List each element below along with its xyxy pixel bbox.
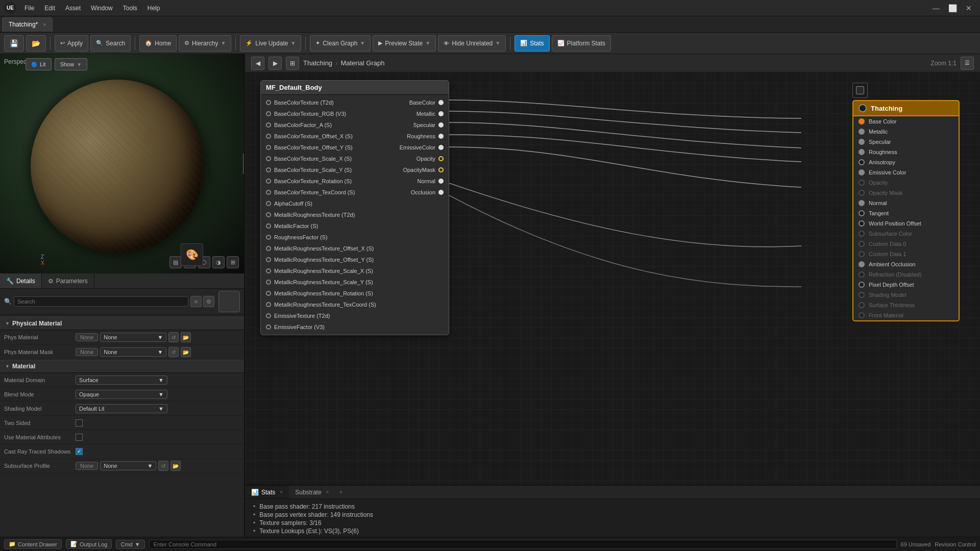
phys-material-reset-btn[interactable]: ↺ <box>168 332 179 342</box>
nav-back-button[interactable]: ◀ <box>251 57 264 70</box>
mf-default-body-node[interactable]: MF_Default_Body BaseColorTexture (T2d) B… <box>260 80 449 335</box>
out-pin-dot-anisotropy[interactable] <box>859 159 865 165</box>
minimize-button[interactable]: — <box>929 3 943 14</box>
pin-dot-out-4[interactable] <box>438 145 444 150</box>
pin-dot-in-17[interactable] <box>266 291 271 296</box>
pin-dot-out-5[interactable] <box>438 156 444 161</box>
viewport-view-btn-5[interactable]: ⊞ <box>227 256 239 268</box>
physical-material-section-header[interactable]: ▼ Physical Material <box>0 317 244 330</box>
out-pin-dot-custom1[interactable] <box>859 251 865 257</box>
pin-dot-in-13[interactable] <box>266 246 271 251</box>
out-pin-dot-surface-thickness[interactable] <box>859 302 865 308</box>
tab-close-icon[interactable]: × <box>43 22 46 28</box>
out-pin-dot-world-pos[interactable] <box>859 220 865 227</box>
show-button[interactable]: Show ▼ <box>55 58 87 70</box>
pin-dot-in-16[interactable] <box>266 280 271 285</box>
substrate-tab-close-icon[interactable]: × <box>326 489 329 495</box>
platform-stats-button[interactable]: 📈 Platform Stats <box>552 35 611 52</box>
menu-tools[interactable]: Tools <box>119 4 141 13</box>
clean-graph-button[interactable]: ✦ Clean Graph ▼ <box>310 35 371 52</box>
out-pin-dot-roughness[interactable] <box>859 149 865 155</box>
home-button[interactable]: 🏠 Home <box>139 35 177 52</box>
pin-dot-in-0[interactable] <box>266 100 271 105</box>
out-pin-dot-normal[interactable] <box>859 200 865 206</box>
pin-dot-in-12[interactable] <box>266 235 271 240</box>
phys-material-mask-dropdown[interactable]: None ▼ <box>100 347 166 357</box>
shading-model-dropdown[interactable]: Default Lit ▼ <box>76 404 167 413</box>
out-pin-dot-pixel-depth[interactable] <box>859 282 865 288</box>
phys-material-dropdown[interactable]: None ▼ <box>100 333 166 342</box>
substrate-tab[interactable]: Substrate × <box>289 486 335 498</box>
subsurface-browse-btn[interactable]: 📂 <box>170 461 181 471</box>
pin-dot-in-18[interactable] <box>266 302 271 307</box>
parameters-tab[interactable]: ⚙ Parameters <box>42 273 94 288</box>
phys-material-mask-reset-btn[interactable]: ↺ <box>168 347 179 357</box>
pin-dot-in-6[interactable] <box>266 167 271 172</box>
viewport[interactable]: Perspective ▤ ◐ ⬡ ◑ ⊞ 🔵 Lit Show ▼ <box>0 54 244 273</box>
pin-dot-in-3[interactable] <box>266 134 271 139</box>
stats-button[interactable]: 📊 Stats <box>514 35 549 52</box>
out-pin-dot-subsurface[interactable] <box>859 231 865 237</box>
viewport-view-btn-4[interactable]: ◑ <box>212 256 225 268</box>
pin-dot-in-9[interactable] <box>266 201 271 206</box>
stats-tab-close-icon[interactable]: × <box>280 489 283 495</box>
menu-window[interactable]: Window <box>87 4 117 13</box>
pin-dot-in-14[interactable] <box>266 257 271 262</box>
out-pin-dot-metallic[interactable] <box>859 129 865 135</box>
pin-dot-in-4[interactable] <box>266 145 271 150</box>
out-pin-dot-refraction[interactable] <box>859 271 865 278</box>
menu-help[interactable]: Help <box>143 4 164 13</box>
lit-button[interactable]: 🔵 Lit <box>26 58 52 70</box>
maximize-button[interactable]: ⬜ <box>945 3 960 14</box>
pin-dot-out-7[interactable] <box>438 179 444 184</box>
out-pin-dot-custom0[interactable] <box>859 241 865 247</box>
out-pin-dot-emissive[interactable] <box>859 169 865 176</box>
close-button[interactable]: ✕ <box>962 3 976 14</box>
menu-file[interactable]: File <box>20 4 38 13</box>
out-pin-dot-shading-model[interactable] <box>859 292 865 298</box>
pin-dot-in-19[interactable] <box>266 313 271 318</box>
phys-material-mask-browse-btn[interactable]: 📂 <box>181 347 191 357</box>
pin-dot-in-15[interactable] <box>266 268 271 273</box>
material-domain-dropdown[interactable]: Surface ▼ <box>76 375 167 385</box>
out-pin-dot-ambient[interactable] <box>859 261 865 267</box>
cmd-button[interactable]: Cmd ▼ <box>116 540 144 549</box>
pin-dot-in-20[interactable] <box>266 324 271 330</box>
save-button[interactable]: 💾 <box>4 35 24 52</box>
details-tab[interactable]: 🔧 Details <box>0 273 42 288</box>
pin-dot-in-1[interactable] <box>266 111 271 116</box>
thatching-tab[interactable]: Thatching* × <box>2 17 53 32</box>
out-pin-dot-tangent[interactable] <box>859 210 865 216</box>
pin-dot-out-0[interactable] <box>438 100 444 105</box>
viewport-view-btn-1[interactable]: ▤ <box>169 256 182 268</box>
browse-button[interactable]: 📂 <box>26 35 46 52</box>
cast-ray-traced-checkbox[interactable]: ✓ <box>76 448 83 455</box>
menu-edit[interactable]: Edit <box>40 4 59 13</box>
preview-state-button[interactable]: ▶ Preview State ▼ <box>373 35 436 52</box>
menu-asset[interactable]: Asset <box>61 4 85 13</box>
out-pin-dot-opacity-mask[interactable] <box>859 190 865 196</box>
pin-dot-in-5[interactable] <box>266 156 271 161</box>
apply-button[interactable]: ↩ Apply <box>55 35 88 52</box>
subsurface-dropdown[interactable]: None ▼ <box>100 461 156 470</box>
thatching-output-node[interactable]: Thatching Base Color Metallic Specular <box>852 83 960 321</box>
out-pin-dot-base-color[interactable] <box>859 118 865 124</box>
material-section-header[interactable]: ▼ Material <box>0 360 244 373</box>
stats-tab[interactable]: 📊 Stats × <box>245 486 289 498</box>
graph-canvas[interactable]: MF_Default_Body BaseColorTexture (T2d) B… <box>245 72 980 485</box>
search-input[interactable] <box>14 296 188 307</box>
viewport-collapse-btn[interactable]: ◀ <box>243 154 244 174</box>
nav-forward-button[interactable]: ▶ <box>268 57 282 70</box>
console-input[interactable] <box>149 540 897 549</box>
search-button[interactable]: 🔍 Search <box>90 35 131 52</box>
live-update-button[interactable]: ⚡ Live Update ▼ <box>240 35 301 52</box>
blend-mode-dropdown[interactable]: Opaque ▼ <box>76 390 167 399</box>
out-pin-dot-front-material[interactable] <box>859 312 865 318</box>
view-toggle-icon[interactable]: ≡ <box>190 296 202 307</box>
content-drawer-button[interactable]: 📁 Content Drawer <box>4 539 62 549</box>
pin-dot-out-8[interactable] <box>438 190 444 195</box>
out-pin-dot-opacity[interactable] <box>859 180 865 186</box>
pin-dot-in-10[interactable] <box>266 212 271 217</box>
breadcrumb-root[interactable]: Thatching <box>303 59 332 67</box>
pin-dot-in-2[interactable] <box>266 122 271 128</box>
